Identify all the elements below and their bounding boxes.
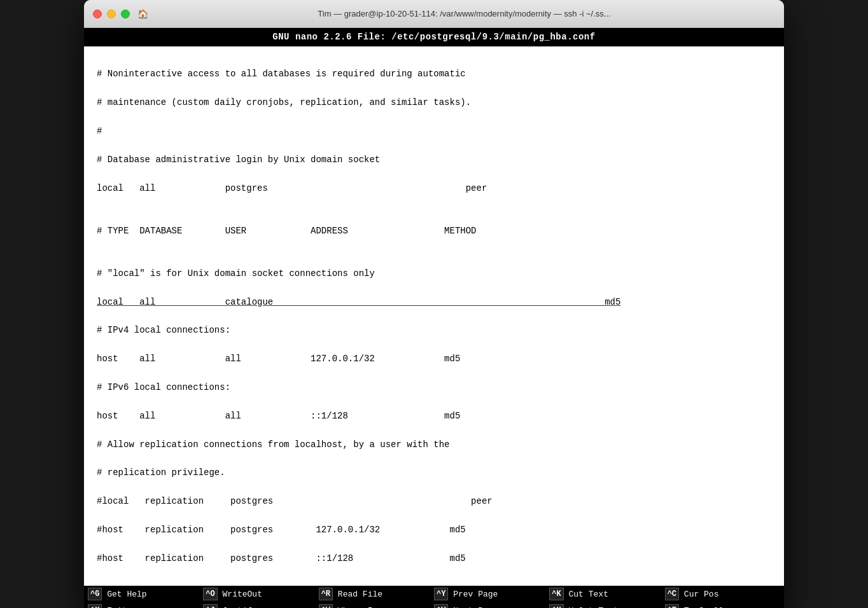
key-ctrl-r: ^R [319, 588, 333, 600]
footer-row-2: ^X Exit ^J Justify ^W Where Is ^V Next P… [84, 602, 784, 608]
label-where-is: Where Is [333, 605, 382, 608]
label-cut-text: Cut Text [564, 588, 613, 601]
line-8: # TYPE DATABASE USER ADDRESS METHOD [97, 224, 771, 238]
line-20: #host replication postgres ::1/128 md5 [97, 551, 771, 565]
label-get-help: Get Help [102, 588, 151, 601]
footer-get-help[interactable]: ^G Get Help [88, 588, 203, 600]
footer-read-file[interactable]: ^R Read File [319, 588, 434, 600]
nano-footer: ^G Get Help ^O WriteOut ^R Read File ^Y … [84, 586, 784, 608]
key-ctrl-c: ^C [665, 588, 679, 600]
window-title: Tim — grader@ip-10-20-51-114: /var/www/m… [153, 9, 775, 18]
footer-next-page[interactable]: ^V Next Page [434, 604, 549, 608]
label-cur-pos: Cur Pos [679, 588, 718, 601]
line-10: # "local" is for Unix domain socket conn… [97, 266, 771, 280]
label-exit: Exit [102, 605, 151, 608]
key-ctrl-k: ^K [549, 588, 563, 600]
window-icon: 🏠 [137, 9, 148, 19]
footer-row-1: ^G Get Help ^O WriteOut ^R Read File ^Y … [84, 586, 784, 602]
line-16: # Allow replication connections from loc… [97, 438, 771, 452]
nano-header: GNU nano 2.2.6 File: /etc/postgresql/9.3… [84, 28, 784, 46]
key-ctrl-o: ^O [203, 588, 217, 600]
key-ctrl-t: ^T [665, 604, 679, 608]
line-15: host all all ::1/128 md5 [97, 409, 771, 423]
footer-where-is[interactable]: ^W Where Is [319, 604, 434, 608]
key-ctrl-j: ^J [203, 604, 217, 608]
line-4: # [97, 124, 771, 138]
line-19: #host replication postgres 127.0.0.1/32 … [97, 523, 771, 537]
terminal-window: 🏠 Tim — grader@ip-10-20-51-114: /var/www… [84, 0, 784, 608]
label-prev-page: Prev Page [448, 588, 498, 601]
footer-justify[interactable]: ^J Justify [203, 604, 318, 608]
label-to-spell: To Spell [679, 605, 724, 608]
title-bar: 🏠 Tim — grader@ip-10-20-51-114: /var/www… [84, 0, 784, 28]
footer-prev-page[interactable]: ^Y Prev Page [434, 588, 549, 600]
close-button[interactable] [93, 10, 102, 18]
label-uncut-text: UnCut Text [564, 605, 619, 608]
line-17: # replication privilege. [97, 466, 771, 480]
content-area[interactable]: # Noninteractive access to all databases… [84, 46, 784, 586]
label-read-file: Read File [333, 588, 382, 601]
key-ctrl-x: ^X [88, 604, 102, 608]
key-ctrl-u: ^U [549, 604, 563, 608]
footer-exit[interactable]: ^X Exit [88, 604, 203, 608]
line-18: #local replication postgres peer [97, 494, 771, 508]
line-5: # Database administrative login by Unix … [97, 153, 771, 167]
key-ctrl-y: ^Y [434, 588, 448, 600]
line-13: host all all 127.0.0.1/32 md5 [97, 352, 771, 366]
footer-cut-text[interactable]: ^K Cut Text [549, 588, 664, 600]
key-ctrl-w: ^W [319, 604, 333, 608]
line-11: local all catalogue md5 [97, 295, 771, 309]
line-6: local all postgres peer [97, 181, 771, 195]
key-ctrl-v: ^V [434, 604, 448, 608]
maximize-button[interactable] [121, 10, 130, 18]
label-next-page: Next Page [448, 605, 498, 608]
minimize-button[interactable] [107, 10, 116, 18]
key-ctrl-g: ^G [88, 588, 102, 600]
label-justify: Justify [218, 605, 267, 608]
line-2: # Noninteractive access to all databases… [97, 67, 771, 81]
footer-uncut-text[interactable]: ^U UnCut Text [549, 604, 664, 608]
label-writeout: WriteOut [218, 588, 267, 601]
line-3: # maintenance (custom daily cronjobs, re… [97, 95, 771, 109]
traffic-lights [93, 10, 130, 18]
footer-writeout[interactable]: ^O WriteOut [203, 588, 318, 600]
line-12: # IPv4 local connections: [97, 323, 771, 337]
footer-cur-pos[interactable]: ^C Cur Pos [665, 588, 780, 600]
footer-to-spell[interactable]: ^T To Spell [665, 604, 780, 608]
terminal-body[interactable]: GNU nano 2.2.6 File: /etc/postgresql/9.3… [84, 28, 784, 608]
line-14: # IPv6 local connections: [97, 380, 771, 394]
